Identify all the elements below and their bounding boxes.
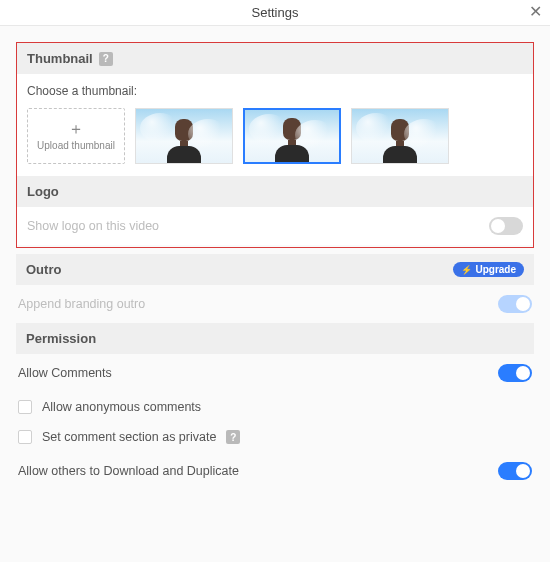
allow-comments-label: Allow Comments — [18, 366, 498, 380]
allow-anonymous-checkbox[interactable] — [18, 400, 32, 414]
thumbnail-option-3[interactable] — [351, 108, 449, 164]
thumbnail-row: ＋ Upload thumbnail — [27, 108, 523, 164]
thumbnail-header: Thumbnail ? — [17, 43, 533, 74]
outro-header-label: Outro — [26, 262, 61, 277]
logo-row: Show logo on this video — [17, 207, 533, 245]
download-toggle[interactable] — [498, 462, 532, 480]
plus-icon: ＋ — [68, 121, 84, 137]
thumbnail-option-1[interactable] — [135, 108, 233, 164]
help-icon[interactable]: ? — [226, 430, 240, 444]
allow-anonymous-row: Allow anonymous comments — [16, 392, 534, 422]
modal-header: Settings ✕ — [0, 0, 550, 26]
choose-thumbnail-label: Choose a thumbnail: — [27, 84, 523, 98]
permission-header-label: Permission — [26, 331, 96, 346]
private-comment-row: Set comment section as private ? — [16, 422, 534, 452]
allow-comments-toggle[interactable] — [498, 364, 532, 382]
logo-header-label: Logo — [27, 184, 59, 199]
append-outro-label: Append branding outro — [18, 297, 498, 311]
thumbnail-header-label: Thumbnail — [27, 51, 93, 66]
upload-thumbnail-button[interactable]: ＋ Upload thumbnail — [27, 108, 125, 164]
allow-anonymous-label: Allow anonymous comments — [42, 400, 201, 414]
show-logo-toggle[interactable] — [489, 217, 523, 235]
show-logo-label: Show logo on this video — [27, 219, 489, 233]
download-label: Allow others to Download and Duplicate — [18, 464, 498, 478]
thumbnail-body: Choose a thumbnail: ＋ Upload thumbnail — [17, 74, 533, 176]
append-outro-toggle[interactable] — [498, 295, 532, 313]
content: Thumbnail ? Choose a thumbnail: ＋ Upload… — [0, 26, 550, 500]
modal-title: Settings — [252, 5, 299, 20]
upgrade-label: Upgrade — [475, 264, 516, 275]
thumbnail-option-2[interactable] — [243, 108, 341, 164]
bolt-icon: ⚡ — [461, 265, 472, 275]
outro-header: Outro ⚡ Upgrade — [16, 254, 534, 285]
private-comment-label: Set comment section as private — [42, 430, 216, 444]
download-row: Allow others to Download and Duplicate — [16, 452, 534, 490]
upgrade-button[interactable]: ⚡ Upgrade — [453, 262, 524, 277]
private-comment-checkbox[interactable] — [18, 430, 32, 444]
logo-header: Logo — [17, 176, 533, 207]
highlighted-section: Thumbnail ? Choose a thumbnail: ＋ Upload… — [16, 42, 534, 248]
lower-sections: Outro ⚡ Upgrade Append branding outro Pe… — [16, 248, 534, 490]
help-icon[interactable]: ? — [99, 52, 113, 66]
outro-row: Append branding outro — [16, 285, 534, 323]
close-icon[interactable]: ✕ — [529, 4, 542, 20]
upload-thumbnail-label: Upload thumbnail — [37, 140, 115, 151]
allow-comments-row: Allow Comments — [16, 354, 534, 392]
permission-header: Permission — [16, 323, 534, 354]
